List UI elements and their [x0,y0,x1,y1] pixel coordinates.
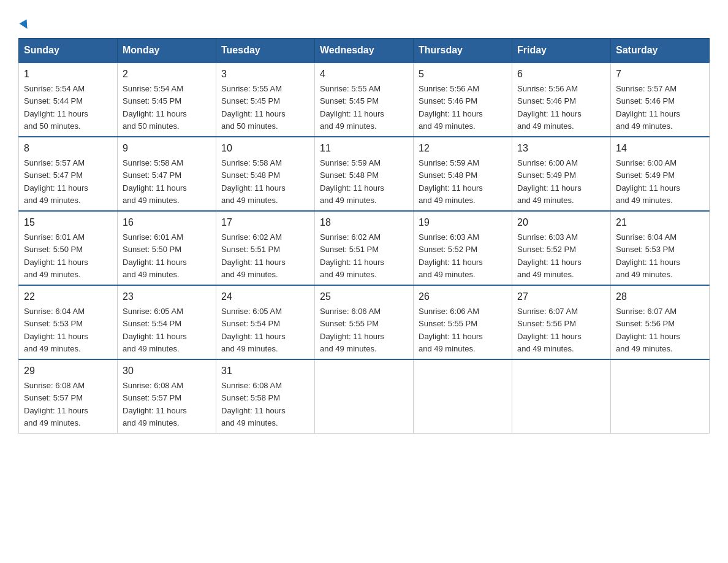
day-cell-4: 4Sunrise: 5:55 AMSunset: 5:45 PMDaylight… [315,63,414,137]
day-number: 5 [419,67,507,82]
day-info: Sunrise: 5:56 AMSunset: 5:46 PMDaylight:… [517,84,582,131]
day-cell-24: 24Sunrise: 6:05 AMSunset: 5:54 PMDayligh… [216,285,315,359]
weekday-header-tuesday: Tuesday [216,39,315,63]
day-info: Sunrise: 6:07 AMSunset: 5:56 PMDaylight:… [517,307,582,353]
week-row-1: 1Sunrise: 5:54 AMSunset: 5:44 PMDaylight… [19,63,710,137]
day-info: Sunrise: 6:01 AMSunset: 5:50 PMDaylight:… [123,232,187,279]
day-cell-28: 28Sunrise: 6:07 AMSunset: 5:56 PMDayligh… [611,285,710,359]
day-info: Sunrise: 5:59 AMSunset: 5:48 PMDaylight:… [320,158,384,205]
day-cell-19: 19Sunrise: 6:03 AMSunset: 5:52 PMDayligh… [414,211,512,285]
day-info: Sunrise: 5:59 AMSunset: 5:48 PMDaylight:… [419,158,483,205]
day-number: 15 [24,215,112,230]
weekday-header-friday: Friday [512,39,611,63]
weekday-header-thursday: Thursday [414,39,512,63]
day-cell-11: 11Sunrise: 5:59 AMSunset: 5:48 PMDayligh… [315,137,414,211]
logo-triangle-icon [18,18,32,34]
day-info: Sunrise: 5:57 AMSunset: 5:47 PMDaylight:… [24,158,88,205]
day-number: 14 [616,141,704,156]
day-cell-26: 26Sunrise: 6:06 AMSunset: 5:55 PMDayligh… [414,285,512,359]
day-cell-6: 6Sunrise: 5:56 AMSunset: 5:46 PMDaylight… [512,63,611,137]
empty-cell [611,359,710,434]
week-row-2: 8Sunrise: 5:57 AMSunset: 5:47 PMDaylight… [19,137,710,211]
day-number: 17 [221,215,309,230]
day-info: Sunrise: 5:54 AMSunset: 5:44 PMDaylight:… [24,84,88,131]
day-number: 23 [123,289,211,304]
day-cell-23: 23Sunrise: 6:05 AMSunset: 5:54 PMDayligh… [118,285,216,359]
day-cell-22: 22Sunrise: 6:04 AMSunset: 5:53 PMDayligh… [19,285,118,359]
weekday-header-wednesday: Wednesday [315,39,414,63]
day-info: Sunrise: 6:03 AMSunset: 5:52 PMDaylight:… [517,232,582,279]
empty-cell [414,359,512,434]
day-info: Sunrise: 6:05 AMSunset: 5:54 PMDaylight:… [123,307,187,353]
day-cell-2: 2Sunrise: 5:54 AMSunset: 5:45 PMDaylight… [118,63,216,137]
day-number: 1 [24,67,112,82]
calendar-table: SundayMondayTuesdayWednesdayThursdayFrid… [18,38,710,434]
day-number: 10 [221,141,309,156]
day-number: 26 [419,289,507,304]
day-number: 24 [221,289,309,304]
day-number: 13 [517,141,605,156]
empty-cell [315,359,414,434]
day-number: 28 [616,289,704,304]
day-cell-7: 7Sunrise: 5:57 AMSunset: 5:46 PMDaylight… [611,63,710,137]
week-row-5: 29Sunrise: 6:08 AMSunset: 5:57 PMDayligh… [19,359,710,434]
day-cell-15: 15Sunrise: 6:01 AMSunset: 5:50 PMDayligh… [19,211,118,285]
weekday-header-monday: Monday [118,39,216,63]
day-info: Sunrise: 6:04 AMSunset: 5:53 PMDaylight:… [24,307,88,353]
day-cell-5: 5Sunrise: 5:56 AMSunset: 5:46 PMDaylight… [414,63,512,137]
day-number: 12 [419,141,507,156]
day-number: 4 [320,67,408,82]
weekday-header-sunday: Sunday [19,39,118,63]
day-info: Sunrise: 6:00 AMSunset: 5:49 PMDaylight:… [616,158,680,205]
day-info: Sunrise: 6:08 AMSunset: 5:58 PMDaylight:… [221,381,286,427]
day-number: 27 [517,289,605,304]
day-cell-29: 29Sunrise: 6:08 AMSunset: 5:57 PMDayligh… [19,359,118,434]
day-number: 19 [419,215,507,230]
day-number: 29 [24,364,112,378]
header-area [18,12,710,32]
day-number: 16 [123,215,211,230]
day-info: Sunrise: 5:55 AMSunset: 5:45 PMDaylight:… [221,84,286,131]
day-cell-30: 30Sunrise: 6:08 AMSunset: 5:57 PMDayligh… [118,359,216,434]
logo [18,12,32,32]
day-cell-31: 31Sunrise: 6:08 AMSunset: 5:58 PMDayligh… [216,359,315,434]
day-info: Sunrise: 6:04 AMSunset: 5:53 PMDaylight:… [616,232,680,279]
day-info: Sunrise: 6:08 AMSunset: 5:57 PMDaylight:… [123,381,187,427]
day-cell-25: 25Sunrise: 6:06 AMSunset: 5:55 PMDayligh… [315,285,414,359]
day-cell-20: 20Sunrise: 6:03 AMSunset: 5:52 PMDayligh… [512,211,611,285]
weekday-header-saturday: Saturday [611,39,710,63]
day-info: Sunrise: 6:02 AMSunset: 5:51 PMDaylight:… [221,232,286,279]
day-info: Sunrise: 5:54 AMSunset: 5:45 PMDaylight:… [123,84,187,131]
day-number: 2 [123,67,211,82]
day-cell-13: 13Sunrise: 6:00 AMSunset: 5:49 PMDayligh… [512,137,611,211]
day-info: Sunrise: 5:55 AMSunset: 5:45 PMDaylight:… [320,84,384,131]
day-cell-16: 16Sunrise: 6:01 AMSunset: 5:50 PMDayligh… [118,211,216,285]
day-number: 9 [123,141,211,156]
day-number: 30 [123,364,211,378]
day-cell-14: 14Sunrise: 6:00 AMSunset: 5:49 PMDayligh… [611,137,710,211]
day-info: Sunrise: 5:58 AMSunset: 5:48 PMDaylight:… [221,158,286,205]
day-number: 18 [320,215,408,230]
day-info: Sunrise: 5:56 AMSunset: 5:46 PMDaylight:… [419,84,483,131]
day-info: Sunrise: 6:00 AMSunset: 5:49 PMDaylight:… [517,158,582,205]
day-cell-8: 8Sunrise: 5:57 AMSunset: 5:47 PMDaylight… [19,137,118,211]
day-info: Sunrise: 6:06 AMSunset: 5:55 PMDaylight:… [419,307,483,353]
day-number: 8 [24,141,112,156]
day-number: 6 [517,67,605,82]
day-cell-18: 18Sunrise: 6:02 AMSunset: 5:51 PMDayligh… [315,211,414,285]
day-cell-1: 1Sunrise: 5:54 AMSunset: 5:44 PMDaylight… [19,63,118,137]
day-number: 22 [24,289,112,304]
day-cell-9: 9Sunrise: 5:58 AMSunset: 5:47 PMDaylight… [118,137,216,211]
day-number: 3 [221,67,309,82]
day-number: 31 [221,364,309,378]
day-cell-12: 12Sunrise: 5:59 AMSunset: 5:48 PMDayligh… [414,137,512,211]
day-number: 21 [616,215,704,230]
day-info: Sunrise: 6:06 AMSunset: 5:55 PMDaylight:… [320,307,384,353]
day-number: 7 [616,67,704,82]
day-number: 25 [320,289,408,304]
day-info: Sunrise: 6:05 AMSunset: 5:54 PMDaylight:… [221,307,286,353]
day-info: Sunrise: 5:58 AMSunset: 5:47 PMDaylight:… [123,158,187,205]
day-info: Sunrise: 6:08 AMSunset: 5:57 PMDaylight:… [24,381,88,427]
day-cell-27: 27Sunrise: 6:07 AMSunset: 5:56 PMDayligh… [512,285,611,359]
day-cell-10: 10Sunrise: 5:58 AMSunset: 5:48 PMDayligh… [216,137,315,211]
